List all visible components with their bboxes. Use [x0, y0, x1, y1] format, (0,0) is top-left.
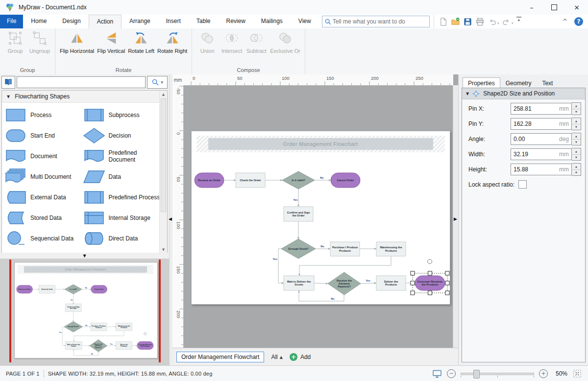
subtract-button[interactable]: Subtract [244, 29, 269, 54]
pin-x-input[interactable]: 258.81mm [511, 103, 572, 115]
save-button[interactable] [462, 16, 473, 27]
scrollbar-thumb[interactable] [161, 98, 166, 212]
angle-input[interactable]: 0.00deg [511, 133, 572, 145]
height-spinner[interactable]: ▲▼ [572, 163, 581, 176]
selection-handle[interactable] [411, 281, 415, 285]
tab-table[interactable]: Table [189, 15, 219, 28]
node-advance-payment[interactable]: Receive theAdvancePayment? [89, 339, 107, 352]
open-button[interactable] [450, 16, 461, 27]
spin-up-icon[interactable]: ▲ [572, 103, 581, 109]
tab-arrange[interactable]: Arrange [122, 15, 158, 28]
spin-down-icon[interactable]: ▼ [572, 124, 581, 130]
connector[interactable] [278, 249, 284, 283]
maximize-button[interactable] [543, 0, 565, 15]
node-wait-deliver[interactable]: Wait to Deliver theGoods [65, 341, 82, 349]
connection-point[interactable] [144, 333, 147, 335]
width-spinner[interactable]: ▲▼ [572, 148, 581, 161]
help-button[interactable]: ? [574, 17, 583, 26]
connection-point[interactable] [428, 260, 432, 264]
print-button[interactable] [474, 16, 486, 27]
width-input[interactable]: 32.19mm [511, 148, 572, 160]
node-customer-receives[interactable]: Customer Receivesthe Products [411, 271, 449, 295]
tab-file[interactable]: File [0, 15, 23, 28]
node-purchase-produce[interactable]: Purchase / ProduceProducts [91, 323, 107, 331]
shape-item-document[interactable]: Document [4, 146, 82, 167]
minimize-button[interactable]: – [520, 0, 543, 15]
spin-up-icon[interactable]: ▲ [572, 133, 581, 140]
connector[interactable] [62, 327, 65, 345]
library-book-button[interactable] [1, 76, 15, 89]
shape-item-stored-data[interactable]: Stored Data [4, 208, 82, 228]
rotate-left-button[interactable]: Rotate Left [126, 29, 156, 54]
node-confirm-sign[interactable]: Confirm and Signthe Order [284, 207, 313, 221]
node-deliver-products[interactable]: Deliver theProducts [116, 341, 132, 349]
selection-handle[interactable] [445, 291, 449, 295]
scroll-down-button[interactable]: ▼ [160, 246, 167, 253]
angle-spinner[interactable]: ▲▼ [572, 133, 581, 145]
node-cancel-order[interactable]: Cancel Order [331, 173, 360, 188]
selection-handle[interactable] [428, 271, 432, 275]
page-filter-dropdown[interactable]: All ▲ [271, 354, 283, 360]
shape-item-process[interactable]: Process [4, 105, 82, 125]
connector[interactable] [299, 290, 344, 301]
spin-down-icon[interactable]: ▼ [572, 109, 581, 115]
node-confirm-sign[interactable]: Confirm and Signthe Order [65, 304, 81, 311]
shape-item-direct-data[interactable]: Direct Data [82, 228, 161, 249]
page-tab-active[interactable]: Order Management Flowchart [176, 352, 264, 362]
shape-item-subprocess[interactable]: Subprocess [82, 105, 161, 125]
shape-item-predefined-process[interactable]: Predefined Process [82, 187, 161, 208]
selection-handle[interactable] [411, 291, 415, 295]
node-receive-order[interactable]: Receive an Order [17, 285, 33, 293]
spin-up-icon[interactable]: ▲ [572, 164, 581, 170]
chevron-down-icon[interactable]: ▾ [512, 21, 514, 25]
tab-view[interactable]: View [291, 15, 319, 28]
customize-toolbar-button[interactable]: ▾ [516, 17, 521, 24]
undo-button[interactable] [487, 16, 498, 27]
flip-vertical-button[interactable]: Flip Vertical [96, 29, 126, 54]
drawing-viewport[interactable]: Order Management FlowchartNoYesNoYesYesN… [183, 85, 453, 348]
union-button[interactable]: Union [195, 29, 220, 54]
selection-handle[interactable] [445, 271, 449, 275]
selection-handle[interactable] [411, 271, 415, 275]
connector[interactable] [361, 283, 376, 284]
node-customer-receives[interactable]: Customer Receivesthe Products [137, 341, 153, 349]
shape2d-section-header[interactable]: ▼ Shape2D Size and Position [462, 88, 585, 99]
shape-item-sequencial-data[interactable]: Sequencial Data [4, 228, 82, 249]
selection-handle[interactable] [445, 281, 449, 285]
chevron-down-icon[interactable]: ▾ [497, 21, 499, 25]
drawing-page[interactable]: Order Management FlowchartNoYesNoYesYesN… [191, 131, 450, 305]
tab-home[interactable]: Home [23, 15, 54, 28]
node-warehousing[interactable]: Warehousing theProducts [116, 323, 132, 331]
pin-y-spinner[interactable]: ▲▼ [572, 118, 581, 130]
add-page-button[interactable]: + Add [290, 353, 311, 361]
node-warehousing[interactable]: Warehousing theProducts [376, 242, 406, 256]
shape-item-predefined-document[interactable]: Predefined Document [82, 146, 161, 167]
connector[interactable] [74, 350, 98, 356]
pin-x-spinner[interactable]: ▲▼ [572, 102, 581, 115]
zoom-out-button[interactable]: − [447, 369, 456, 378]
spin-down-icon[interactable]: ▼ [572, 170, 581, 176]
intersect-button[interactable]: Intersect [220, 29, 244, 54]
new-document-button[interactable] [438, 16, 449, 27]
node-is-it-valid[interactable]: Is it valid? [65, 285, 82, 294]
zoom-slider[interactable] [461, 369, 534, 379]
scroll-up-button[interactable]: ▲ [160, 91, 167, 98]
right-panel-splitter[interactable]: ▶ [453, 85, 458, 348]
node-purchase-produce[interactable]: Purchase / ProduceProducts [330, 242, 360, 256]
exclusive-or-button[interactable]: Exclusive Or [269, 29, 302, 54]
tab-action[interactable]: Action [89, 15, 122, 28]
connector[interactable] [314, 283, 328, 284]
height-input[interactable]: 15.88mm [511, 164, 572, 175]
group-button[interactable]: Group [3, 29, 27, 54]
shape-item-external-data[interactable]: External Data [4, 187, 82, 208]
shape-item-internal-storage[interactable]: Internal Storage [82, 208, 161, 228]
node-deliver-products[interactable]: Deliver theProducts [376, 276, 406, 290]
shape-item-data[interactable]: Data [82, 167, 161, 187]
tab-review[interactable]: Review [218, 15, 253, 28]
preview-viewport-indicator-left[interactable] [9, 260, 11, 362]
shape-search-button[interactable]: ▾ [147, 76, 168, 89]
redo-button[interactable] [501, 16, 512, 27]
connector[interactable] [107, 345, 116, 346]
node-cancel-order[interactable]: Cancel Order [91, 285, 107, 293]
tab-insert[interactable]: Insert [158, 15, 189, 28]
